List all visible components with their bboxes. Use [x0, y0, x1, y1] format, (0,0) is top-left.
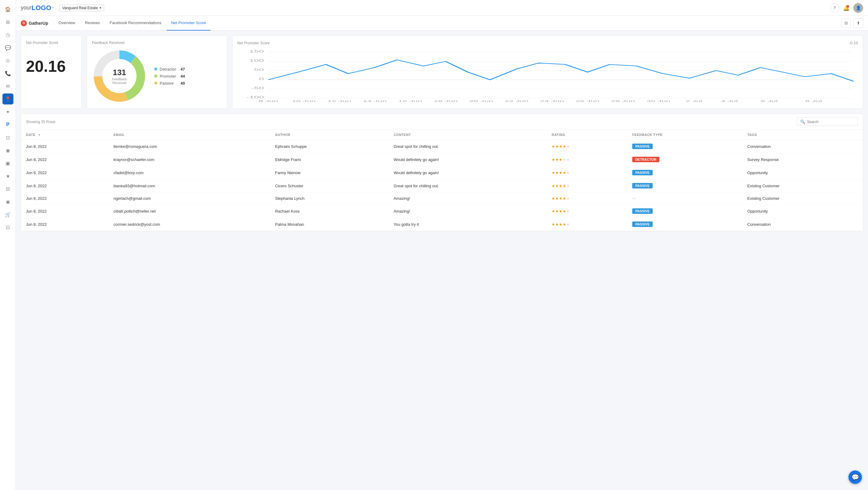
- chart-title: Net Promoter Score: [237, 41, 270, 45]
- donut-label: 131 Feedback Received: [106, 68, 133, 85]
- cell-content: Great spot for chilling out.: [389, 140, 547, 153]
- svg-text:10 Jun: 10 Jun: [292, 100, 316, 103]
- cards-row: Net Promoter Score 20.16 Feedback Receiv…: [21, 35, 863, 109]
- cell-tags: Survey Response: [742, 153, 863, 166]
- svg-text:-50: -50: [251, 87, 264, 90]
- svg-text:-100: -100: [246, 96, 264, 99]
- sidebar-icon-box[interactable]: ⊡: [2, 132, 13, 143]
- columns-button[interactable]: ⊟: [841, 18, 851, 28]
- svg-text:30 Jun: 30 Jun: [647, 100, 671, 103]
- user-avatar[interactable]: 👤: [853, 3, 863, 13]
- legend-detractor: Detractor 47: [154, 67, 185, 71]
- chat-icon: 💬: [851, 473, 859, 481]
- cell-rating: ★★★★★: [547, 218, 627, 231]
- detractor-label: Detractor: [160, 67, 178, 71]
- table-body: Jun 8, 2022 tlemke@romaguera.com Ephraim…: [21, 140, 863, 231]
- sidebar-icon-chat[interactable]: 💬: [2, 42, 13, 53]
- legend-promoter: Promoter 44: [154, 74, 185, 79]
- col-date[interactable]: DATE ▼: [21, 130, 109, 140]
- dropdown-chevron-icon: ▾: [99, 6, 101, 9]
- cell-rating: ★★★★★: [547, 153, 627, 166]
- feedback-card-title: Feedback Received: [92, 41, 222, 45]
- nps-score-card: Net Promoter Score 20.16: [21, 35, 82, 109]
- tab-overview[interactable]: Overview: [54, 16, 80, 31]
- cell-author: Fanny Nienow: [270, 166, 389, 179]
- feedback-card: Feedback Received: [87, 35, 227, 109]
- col-rating: RATING: [547, 130, 627, 140]
- table-row: Jun 8, 2022 tlemke@romaguera.com Ephraim…: [21, 140, 863, 153]
- table-row: Jun 8, 2022 citlalli.pollich@heller.net …: [21, 205, 863, 218]
- sidebar-icon-p[interactable]: P: [2, 119, 13, 130]
- sidebar-icon-misc[interactable]: ⊡: [2, 222, 13, 233]
- cell-date: Jun 8, 2022: [21, 140, 109, 153]
- cell-date: Jun 8, 2022: [21, 166, 109, 179]
- cell-author: Stephania Lynch: [270, 192, 389, 205]
- cell-date: Jun 8, 2022: [21, 218, 109, 231]
- sidebar-icon-mail[interactable]: ✉: [2, 81, 13, 92]
- sidebar-icon-clock[interactable]: ◷: [2, 29, 13, 40]
- help-button[interactable]: ?: [830, 3, 839, 12]
- cell-email: kraynor@schaefer.com: [109, 153, 270, 166]
- notifications-button[interactable]: 🔔: [843, 5, 850, 11]
- detractor-dot: [154, 67, 157, 70]
- sidebar-icon-target[interactable]: ⊙: [2, 55, 13, 66]
- cell-feedback-type: DETRACTOR: [627, 153, 742, 166]
- svg-text:6 Jul: 6 Jul: [761, 100, 778, 103]
- sidebar-icon-cart[interactable]: 🛒: [2, 209, 13, 220]
- cell-date: Jun 8, 2022: [21, 179, 109, 192]
- search-input[interactable]: [807, 120, 855, 124]
- donut-total: 131: [106, 68, 133, 77]
- cell-rating: ★★★★★: [547, 166, 627, 179]
- sidebar-icon-dot[interactable]: ◉: [2, 196, 13, 207]
- cell-content: Great spot for chilling out.: [389, 179, 547, 192]
- logo-text-your: your: [21, 5, 31, 11]
- cell-author: Palma Monahan: [270, 218, 389, 231]
- passive-badge: PASSIVE: [632, 183, 653, 188]
- promoter-dot: [154, 74, 157, 78]
- tab-facebook[interactable]: Facebook Recommendations: [105, 16, 165, 31]
- svg-text:16 Jun: 16 Jun: [398, 100, 422, 103]
- passive-badge: PASSIVE: [632, 144, 653, 149]
- sidebar-icon-phone[interactable]: 📞: [2, 68, 13, 79]
- cell-email: citlalli.pollich@heller.net: [109, 205, 270, 218]
- svg-text:14 Jun: 14 Jun: [363, 100, 387, 103]
- tab-nps[interactable]: Net Promoter Score: [167, 16, 211, 31]
- passive-badge: PASSIVE: [632, 208, 653, 214]
- cell-content: Amazing!: [389, 205, 547, 218]
- cell-author: Rachael Koss: [270, 205, 389, 218]
- cell-feedback-type: —: [627, 192, 742, 205]
- sidebar-icon-home[interactable]: 🏠: [2, 4, 13, 15]
- svg-text:22 Jun: 22 Jun: [504, 100, 528, 103]
- detractor-value: 47: [181, 67, 185, 71]
- sidebar-icon-circle[interactable]: ◉: [2, 145, 13, 156]
- sidebar-icon-star[interactable]: ★: [2, 171, 13, 181]
- feedback-table: DATE ▼ EMAIL AUTHOR CONTENT RATING FEEDB…: [21, 130, 863, 231]
- sidebar-icon-grid[interactable]: ⊞: [2, 17, 13, 28]
- cell-rating: ★★★★★: [547, 140, 627, 153]
- brand-name: GatherUp: [29, 21, 48, 26]
- cell-rating: ★★★★★: [547, 179, 627, 192]
- sidebar-icon-sparkle[interactable]: ✦: [2, 106, 13, 117]
- cell-tags: Existing Customer: [742, 192, 863, 205]
- svg-text:4 Jul: 4 Jul: [721, 100, 738, 103]
- cell-feedback-type: PASSIVE: [627, 166, 742, 179]
- search-box[interactable]: 🔍: [797, 118, 858, 126]
- sidebar-icon-square[interactable]: ▣: [2, 158, 13, 169]
- content-area: Net Promoter Score 20.16 Feedback Receiv…: [16, 31, 868, 490]
- sidebar-icon-list[interactable]: ⊟: [2, 183, 13, 194]
- cell-date: Jun 8, 2022: [21, 205, 109, 218]
- share-icon: ⬆: [857, 21, 860, 25]
- share-button[interactable]: ⬆: [853, 18, 863, 28]
- passive-badge: PASSIVE: [632, 170, 653, 175]
- feedback-table-section: Showing 35 Rows 🔍 DATE ▼ EMAIL AUTHOR: [21, 114, 863, 231]
- passive-badge: PASSIVE: [632, 221, 653, 227]
- tab-reviews[interactable]: Reviews: [81, 16, 104, 31]
- chat-button[interactable]: 💬: [848, 470, 862, 484]
- table-row: Jun 8, 2022 kraynor@schaefer.com Eldridg…: [21, 153, 863, 166]
- table-row: Jun 8, 2022 ngerlach@gmail.com Stephania…: [21, 192, 863, 205]
- cell-content: You gotta try it: [389, 218, 547, 231]
- cell-tags: Opportunity: [742, 205, 863, 218]
- location-dropdown[interactable]: Vanguard Real Estate ▾: [59, 4, 105, 11]
- cell-content: Amazing!: [389, 192, 547, 205]
- sidebar-icon-location[interactable]: 📍: [2, 93, 13, 104]
